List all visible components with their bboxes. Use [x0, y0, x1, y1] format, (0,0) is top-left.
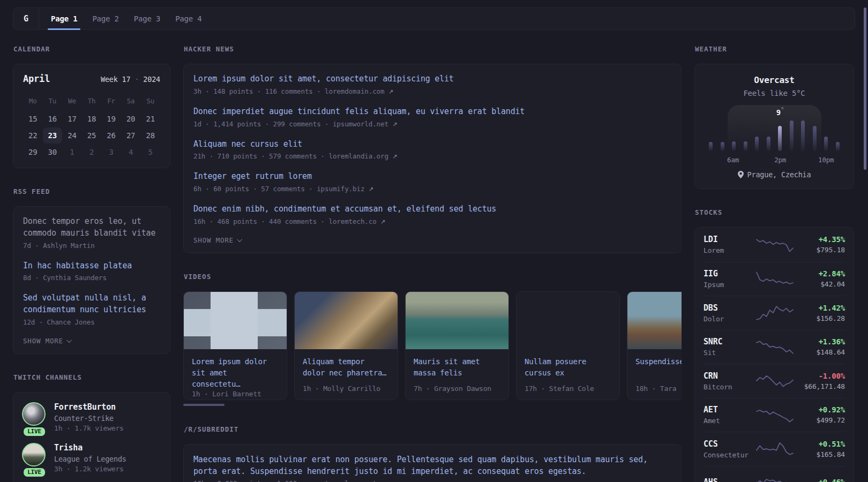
- stock-row[interactable]: AHS +0.46%: [704, 466, 845, 482]
- calendar-day[interactable]: 20: [121, 111, 141, 127]
- rss-item-meta: 12d · Chance Jones: [23, 318, 160, 326]
- time-label: 6am: [727, 156, 739, 164]
- weather-card: Overcast Feels like 5°C 9° 6am 2pm 10pm …: [694, 64, 854, 189]
- rss-item-title[interactable]: Sed volutpat nulla nisl, a condimentum n…: [23, 292, 160, 316]
- calendar-day[interactable]: 29: [23, 144, 43, 160]
- calendar-day-next-month[interactable]: 4: [121, 144, 141, 160]
- day-header: Tu: [43, 94, 63, 110]
- calendar-day[interactable]: 18: [82, 111, 102, 127]
- stock-row[interactable]: LDILorem +4.35%$795.18: [704, 228, 845, 262]
- calendar-day[interactable]: 26: [101, 127, 121, 144]
- stock-row[interactable]: AETAmet +0.92%$499.72: [704, 398, 845, 432]
- twitch-channel-name[interactable]: ForrestBurton: [54, 402, 124, 412]
- calendar-day-next-month[interactable]: 1: [62, 144, 82, 160]
- video-card[interactable]: Nullam posuere cursus ex 17h · Stefan Co…: [516, 291, 620, 400]
- tab-page-1[interactable]: Page 1: [43, 8, 85, 29]
- twitch-channel-category[interactable]: Counter-Strike: [54, 414, 124, 423]
- video-title[interactable]: Lorem ipsum dolor sit amet consectetu…: [184, 349, 287, 390]
- stock-row[interactable]: DBSDolor +1.42%$156.28: [704, 296, 845, 330]
- hn-item-title[interactable]: Lorem ipsum dolor sit amet, consectetur …: [193, 73, 671, 85]
- video-card[interactable]: Lorem ipsum dolor sit amet consectetu… 1…: [183, 291, 287, 400]
- rss-show-more-button[interactable]: SHOW MORE: [23, 337, 160, 345]
- calendar-day[interactable]: 17: [62, 111, 82, 127]
- twitch-channel-category[interactable]: League of Legends: [54, 455, 126, 463]
- hn-item-title[interactable]: Donec imperdiet augue tincidunt felis al…: [193, 106, 671, 118]
- hn-item: Donec imperdiet augue tincidunt felis al…: [193, 106, 671, 128]
- stock-row[interactable]: IIGIpsum +2.84%$42.04: [704, 262, 845, 296]
- calendar-day[interactable]: 19: [101, 111, 121, 127]
- video-thumbnail[interactable]: [517, 292, 619, 349]
- stock-change: +0.46%: [819, 478, 845, 482]
- calendar-day-selected[interactable]: 23: [43, 127, 63, 144]
- stock-change: +1.42%: [817, 304, 845, 312]
- stock-name: Consectetur: [704, 451, 755, 459]
- stock-name: Bitcorn: [704, 383, 755, 391]
- day-header: Sa: [121, 94, 141, 110]
- stock-row[interactable]: SNRCSit +1.36%$148.64: [704, 330, 845, 364]
- hn-item-title[interactable]: Aliquam nec cursus elit: [193, 139, 671, 150]
- subreddit-widget: /R/SUBREDDIT Maecenas mollis pulvinar er…: [183, 425, 682, 482]
- calendar-day[interactable]: 28: [140, 127, 160, 144]
- videos-carousel[interactable]: Lorem ipsum dolor sit amet consectetu… 1…: [183, 291, 682, 400]
- stock-symbol: SNRC: [704, 337, 755, 347]
- weather-location[interactable]: Prague, Czechia: [707, 170, 842, 179]
- weather-section-label: WEATHER: [695, 45, 854, 53]
- calendar-day[interactable]: 30: [43, 144, 63, 160]
- video-title[interactable]: Aliquam tempor dolor nec pharetra…: [295, 349, 398, 379]
- stock-row[interactable]: CRNBitcorn -1.00%$66,171.48: [704, 364, 845, 398]
- rss-item-title[interactable]: In hac habitasse platea: [23, 260, 160, 272]
- stocks-widget: STOCKS LDILorem +4.35%$795.18 IIGIpsum +…: [694, 208, 854, 482]
- day-header: Su: [140, 94, 160, 110]
- video-meta: 1h · Molly Carrillo: [295, 385, 398, 400]
- video-thumbnail[interactable]: [184, 292, 287, 349]
- carousel-scrollbar[interactable]: [183, 404, 225, 406]
- tab-page-4[interactable]: Page 4: [168, 8, 209, 29]
- video-title[interactable]: Suspendisse diam: [627, 349, 682, 367]
- stock-name: Dolor: [704, 315, 755, 323]
- rss-item-title[interactable]: Donec tempor eros leo, ut commodo mauris…: [23, 216, 160, 239]
- calendar-day[interactable]: 24: [62, 127, 82, 144]
- chevron-down-icon: [66, 337, 72, 343]
- video-thumbnail[interactable]: [406, 292, 508, 349]
- rss-item: In hac habitasse platea 8d · Cynthia Sau…: [23, 260, 160, 282]
- tab-page-3[interactable]: Page 3: [126, 8, 168, 29]
- twitch-channel-row[interactable]: LIVE Trisha League of Legends 3h · 1.2k …: [22, 443, 161, 473]
- hn-item-meta: 21h · 710 points · 579 comments · loreml…: [193, 152, 671, 160]
- tab-page-2[interactable]: Page 2: [85, 8, 126, 29]
- calendar-day[interactable]: 16: [43, 111, 63, 127]
- hn-show-more-button[interactable]: SHOW MORE: [193, 236, 671, 244]
- calendar-day[interactable]: 21: [140, 111, 160, 127]
- stock-price: $795.18: [817, 246, 845, 254]
- calendar-day[interactable]: 27: [121, 127, 141, 144]
- calendar-day-next-month[interactable]: 2: [82, 144, 102, 160]
- calendar-day[interactable]: 25: [82, 127, 102, 144]
- video-thumbnail[interactable]: [295, 292, 398, 349]
- videos-section-label: VIDEOS: [184, 273, 682, 281]
- video-card[interactable]: Mauris sit amet massa felis 7h · Grayson…: [405, 291, 509, 400]
- video-card[interactable]: Suspendisse diam 18h · Tara: [627, 291, 682, 400]
- page-scrollbar[interactable]: [864, 7, 866, 170]
- day-header: We: [62, 94, 82, 110]
- video-card[interactable]: Aliquam tempor dolor nec pharetra… 1h · …: [294, 291, 398, 400]
- twitch-channel-row[interactable]: LIVE ForrestBurton Counter-Strike 1h · 1…: [22, 402, 161, 432]
- hn-item: Lorem ipsum dolor sit amet, consectetur …: [193, 73, 671, 95]
- calendar-day[interactable]: 15: [23, 111, 43, 127]
- video-thumbnail[interactable]: [627, 292, 682, 349]
- external-link-icon: ↗: [392, 121, 397, 128]
- hn-item-title[interactable]: Integer eget rutrum lorem: [193, 171, 671, 183]
- video-title[interactable]: Nullam posuere cursus ex: [517, 349, 619, 379]
- stock-name: Amet: [704, 417, 755, 425]
- time-label: 2pm: [774, 156, 786, 164]
- top-navbar: G Page 1 Page 2 Page 3 Page 4: [13, 7, 855, 30]
- app-logo[interactable]: G: [13, 8, 39, 29]
- calendar-day-next-month[interactable]: 3: [101, 144, 121, 160]
- temp-bar: [813, 126, 817, 151]
- twitch-channel-name[interactable]: Trisha: [54, 443, 126, 453]
- stock-row[interactable]: CCSConsectetur +0.51%$165.84: [704, 432, 845, 466]
- reddit-post-title[interactable]: Maecenas mollis pulvinar erat non posuer…: [193, 454, 671, 478]
- video-title[interactable]: Mauris sit amet massa felis: [406, 349, 508, 379]
- hn-item-title[interactable]: Donec enim nibh, condimentum et accumsan…: [193, 204, 671, 215]
- stock-symbol: CCS: [704, 439, 755, 449]
- calendar-day[interactable]: 22: [23, 127, 43, 144]
- calendar-day-next-month[interactable]: 5: [140, 144, 160, 160]
